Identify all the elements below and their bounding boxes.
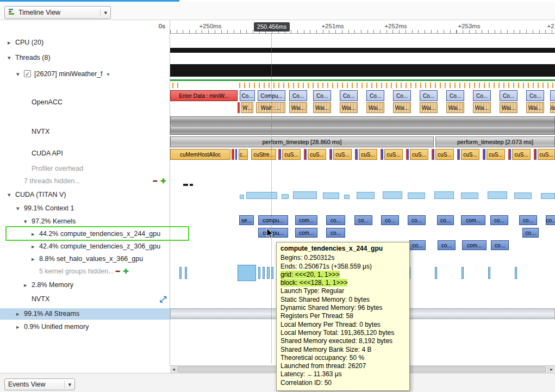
collapse-arrow-icon[interactable]: ▾	[16, 69, 23, 80]
row-cuda-api[interactable]: CUDA API	[0, 148, 170, 159]
row-threads-hidden[interactable]: 7 threads hidden...━✚	[0, 176, 170, 187]
openacc-compute-event[interactable]: Co...	[393, 90, 411, 101]
openacc-wait-event[interactable]: Wai...	[393, 102, 411, 113]
row-all-streams[interactable]: ▸99.1% All Streams	[0, 308, 170, 320]
kernel-z306-event[interactable]: co...	[438, 240, 456, 250]
add-row-button[interactable]: ✚	[123, 267, 128, 275]
kernels-all-event[interactable]: co...	[354, 215, 372, 225]
expand-row-icon[interactable]	[160, 295, 167, 307]
kernels-all-event[interactable]: se...	[239, 215, 254, 225]
cuda-api-event[interactable]: cuS...	[487, 149, 505, 160]
cuda-api-event[interactable]: cuS...	[512, 149, 531, 160]
row-thread-26207[interactable]: ▾✓[26207] miniWeather_f▾	[0, 69, 170, 80]
cuda-api-event[interactable]: cuS...	[538, 149, 555, 160]
nvtx-ranges-event[interactable]: perform_timestep [28.860 ms]	[170, 136, 434, 147]
cuda-api-event[interactable]: cuS...	[435, 149, 454, 160]
cuda-api-event[interactable]: cuS...	[384, 149, 403, 160]
remove-row-button[interactable]: ━	[153, 177, 157, 185]
row-kernel-halo[interactable]: ▸8.8% set_halo_values_x_366_gpu	[0, 253, 170, 265]
events-view-dropdown[interactable]: Events View ▾	[4, 378, 75, 390]
collapse-arrow-icon[interactable]: ▾	[8, 189, 14, 201]
row-memory[interactable]: ▸2.8% Memory	[0, 279, 170, 291]
openacc-wait-event[interactable]: Wa...	[550, 102, 555, 113]
cuda-api-event[interactable]: cuMemHostAlloc	[170, 149, 230, 160]
collapse-arrow-icon[interactable]: ▾	[16, 203, 23, 214]
cuda-api-event[interactable]: cuS...	[333, 149, 352, 160]
collapse-arrow-icon[interactable]: ▾	[8, 52, 14, 64]
openacc-compute-event[interactable]: Co...	[289, 90, 307, 101]
kernels-all-event[interactable]: co...	[546, 215, 555, 225]
row-threads[interactable]: ▾Threads (8)	[0, 52, 170, 64]
timeline-view-dropdown[interactable]: Timeline View ▾	[4, 6, 111, 19]
openacc-compute-event[interactable]: Enter Data : miniW...	[170, 90, 238, 101]
openacc-wait-event[interactable]: Wai...	[526, 102, 544, 113]
add-row-button[interactable]: ✚	[160, 177, 166, 185]
row-profiler-overhead[interactable]: Profiler overhead	[0, 163, 170, 175]
cuda-api-event[interactable]: cuS...	[308, 149, 326, 160]
row-kernels[interactable]: ▾97.2% Kernels	[0, 216, 170, 227]
expand-arrow-icon[interactable]: ▸	[8, 37, 14, 48]
row-context-1[interactable]: ▾99.1% Context 1	[0, 203, 170, 214]
kernel-x244-event[interactable]: co...	[522, 228, 539, 238]
openacc-wait-event[interactable]: Wait : ...	[256, 102, 285, 113]
openacc-compute-event[interactable]: Co...	[340, 90, 358, 101]
expand-arrow-icon[interactable]: ▸	[32, 253, 38, 265]
row-cuda-device[interactable]: ▾CUDA (TITAN V)	[0, 189, 170, 201]
openacc-compute-event[interactable]: Co...	[420, 90, 438, 101]
kernel-z306-event[interactable]: co...	[491, 240, 509, 250]
openacc-wait-event[interactable]: Wai...	[313, 102, 331, 113]
openacc-wait-event[interactable]: Wai...	[446, 102, 464, 113]
kernel-x244-event[interactable]: co...	[326, 228, 345, 238]
openacc-wait-event[interactable]: Wai...	[473, 102, 491, 113]
expand-arrow-icon[interactable]: ▸	[24, 279, 30, 291]
collapse-arrow-icon[interactable]: ▾	[24, 216, 30, 227]
kernels-all-event[interactable]: co...	[519, 215, 537, 225]
kernels-all-event[interactable]: com...	[461, 215, 485, 225]
openacc-wait-event[interactable]: Wai...	[366, 102, 384, 113]
scroll-left-button[interactable]: ◂	[170, 366, 178, 373]
expand-arrow-icon[interactable]: ▸	[32, 241, 38, 252]
kernels-all-event[interactable]: co...	[437, 215, 454, 225]
kernels-all-event[interactable]: compu...	[258, 215, 288, 225]
kernels-all-event[interactable]: co...	[326, 215, 345, 225]
openacc-compute-event[interactable]: Co...	[240, 90, 255, 101]
kernels-all-event[interactable]: co...	[408, 215, 426, 225]
openacc-compute-event[interactable]: Co...	[526, 90, 544, 101]
openacc-compute-event[interactable]: Co...	[500, 90, 517, 101]
cuda-api-event[interactable]: cuStre...	[251, 149, 276, 160]
cuda-api-event[interactable]: c...	[239, 149, 248, 160]
expand-arrow-icon[interactable]: ▸	[16, 308, 23, 320]
openacc-compute-event[interactable]: Co...	[473, 90, 491, 101]
kernel-x244-event[interactable]: com...	[295, 228, 317, 238]
row-unified-memory[interactable]: ▸0.9% Unified memory	[0, 321, 170, 333]
openacc-compute-event[interactable]: Co...	[313, 90, 331, 101]
row-kernel-z306[interactable]: ▸42.4% compute_tendencies_z_306_gpu	[0, 241, 170, 252]
cuda-api-event[interactable]: cuS...	[461, 149, 479, 160]
row-openacc[interactable]: OpenACC	[0, 97, 170, 108]
time-ruler[interactable]: +250ms+251ms+252ms+253ms+2 250.456ms	[170, 21, 555, 34]
kernel-z306-event[interactable]: com...	[462, 240, 487, 250]
kernels-all-event[interactable]: co...	[381, 215, 399, 225]
kernels-all-event[interactable]: co...	[490, 215, 508, 225]
cuda-api-event[interactable]: cuS...	[359, 149, 377, 160]
chevron-down-icon[interactable]: ▾	[107, 71, 110, 77]
thread-checkbox[interactable]: ✓	[24, 70, 31, 77]
cuda-api-event[interactable]: cuS...	[410, 149, 428, 160]
row-nvtx[interactable]: NVTX	[0, 126, 170, 138]
openacc-wait-event[interactable]: W...	[241, 102, 253, 113]
row-nvtx-streams[interactable]: NVTX	[0, 294, 170, 305]
panel-splitter[interactable]	[170, 20, 170, 365]
row-kernel-groups-hidden[interactable]: 5 kernel groups hidden... ━✚	[0, 266, 170, 277]
openacc-compute-event[interactable]: Co...	[366, 90, 384, 101]
nvtx-ranges-event[interactable]: perform_timestep [2.073 ms]	[435, 136, 555, 147]
remove-row-button[interactable]: ━	[114, 267, 120, 275]
kernels-all-event[interactable]: com...	[295, 215, 317, 225]
cuda-api-event[interactable]: cuS...	[282, 149, 301, 160]
openacc-wait-event[interactable]: Wai...	[340, 102, 358, 113]
openacc-wait-event[interactable]: Wai...	[500, 102, 517, 113]
openacc-wait-event[interactable]: Wai...	[289, 102, 307, 113]
expand-arrow-icon[interactable]: ▸	[16, 321, 23, 333]
scroll-right-button[interactable]: ▸	[547, 366, 555, 373]
row-cpu[interactable]: ▸CPU (20)	[0, 37, 170, 48]
openacc-compute-event[interactable]: Co...	[446, 90, 464, 101]
